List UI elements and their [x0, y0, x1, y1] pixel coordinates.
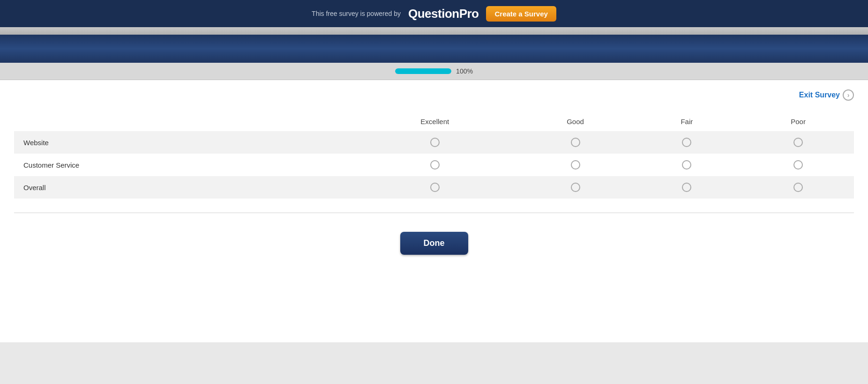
col-header-excellent: Excellent	[350, 118, 520, 131]
col-header-fair: Fair	[631, 118, 742, 131]
powered-by-text: This free survey is powered by	[312, 10, 401, 17]
progress-label: 100%	[456, 67, 473, 75]
radio-poor-0[interactable]	[793, 138, 803, 147]
done-button[interactable]: Done	[400, 232, 468, 255]
radio-cell-poor[interactable]	[742, 154, 854, 176]
rating-table: Excellent Good Fair Poor WebsiteCustomer…	[14, 118, 854, 199]
col-header-good: Good	[520, 118, 631, 131]
radio-good-0[interactable]	[571, 138, 580, 147]
questionpro-logo: QuestionPro	[408, 7, 479, 21]
radio-cell-excellent[interactable]	[350, 131, 520, 154]
progress-bar-outer	[395, 68, 451, 74]
radio-cell-poor[interactable]	[742, 176, 854, 199]
exit-survey-text: Exit Survey	[799, 91, 840, 99]
progress-bar-fill	[395, 68, 451, 74]
top-banner: This free survey is powered by QuestionP…	[0, 0, 868, 27]
radio-cell-good[interactable]	[520, 154, 631, 176]
sub-banner	[0, 27, 868, 35]
radio-good-1[interactable]	[571, 160, 580, 170]
radio-poor-1[interactable]	[793, 160, 803, 170]
survey-area: Exit Survey › Excellent Good Fair Poor W…	[0, 80, 868, 342]
radio-excellent-0[interactable]	[430, 138, 440, 147]
progress-section: 100%	[0, 63, 868, 80]
radio-cell-fair[interactable]	[631, 176, 742, 199]
radio-cell-poor[interactable]	[742, 131, 854, 154]
radio-cell-excellent[interactable]	[350, 176, 520, 199]
table-row: Website	[14, 131, 854, 154]
radio-fair-2[interactable]	[682, 183, 691, 192]
radio-fair-0[interactable]	[682, 138, 691, 147]
radio-poor-2[interactable]	[793, 183, 803, 192]
row-label: Overall	[14, 176, 350, 199]
exit-survey-link[interactable]: Exit Survey ›	[799, 89, 854, 101]
done-section: Done	[14, 227, 854, 273]
radio-cell-good[interactable]	[520, 176, 631, 199]
radio-good-2[interactable]	[571, 183, 580, 192]
table-row: Customer Service	[14, 154, 854, 176]
exit-chevron-icon: ›	[843, 89, 854, 101]
radio-fair-1[interactable]	[682, 160, 691, 170]
radio-cell-fair[interactable]	[631, 154, 742, 176]
table-row: Overall	[14, 176, 854, 199]
row-label: Customer Service	[14, 154, 350, 176]
radio-cell-excellent[interactable]	[350, 154, 520, 176]
radio-excellent-2[interactable]	[430, 183, 440, 192]
radio-excellent-1[interactable]	[430, 160, 440, 170]
section-divider	[14, 213, 854, 213]
col-header-poor: Poor	[742, 118, 854, 131]
dark-band	[0, 35, 868, 63]
col-header-empty	[14, 118, 350, 131]
radio-cell-fair[interactable]	[631, 131, 742, 154]
radio-cell-good[interactable]	[520, 131, 631, 154]
row-label: Website	[14, 131, 350, 154]
create-survey-button[interactable]: Create a Survey	[486, 6, 556, 22]
